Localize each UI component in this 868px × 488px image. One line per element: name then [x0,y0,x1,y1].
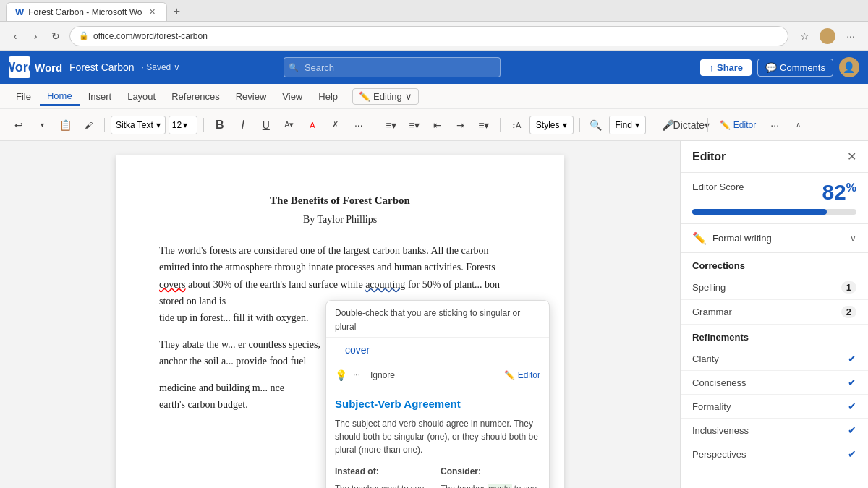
format-painter-button[interactable]: 🖌 [78,115,98,135]
writing-type-label: Formal writing [712,233,844,244]
header-search-input[interactable] [284,57,501,77]
back-button[interactable]: ‹ [7,28,23,44]
bullets-button[interactable]: ≡▾ [381,115,401,135]
active-tab[interactable]: W Forest Carbon - Microsoft Wo ✕ [6,2,167,21]
panel-close-button[interactable]: ✕ [847,150,856,163]
popup-editor-button[interactable]: ✏️ Editor [504,370,540,380]
comments-button[interactable]: 💬 Comments [757,59,833,77]
para1-cont3: ... fill it with oxygen. [223,312,308,323]
panel-title: Editor [692,150,726,163]
editing-label: Editing [373,91,402,102]
font-color-button[interactable]: A [302,115,323,135]
divider-2 [203,118,204,132]
tab-home[interactable]: Home [40,87,80,106]
perspectives-item[interactable]: Perspectives ✔ [681,442,868,466]
word-header: Word Word Forest Carbon · Saved ∨ ↑ Shar… [0,51,868,84]
tab-review[interactable]: Review [229,88,274,105]
address-bar[interactable]: 🔒 office.com/word/forest-carbon [69,26,788,46]
tab-close-button[interactable]: ✕ [146,7,158,18]
inclusiveness-item[interactable]: Inclusiveness ✔ [681,419,868,442]
tab-view[interactable]: View [275,88,310,105]
writing-type-chevron: ∨ [850,234,856,244]
header-actions: ↑ Share 💬 Comments 👤 [700,57,859,77]
sort-button[interactable]: ↕A [506,115,527,135]
find-button[interactable]: Find ▾ [609,116,646,134]
styles-button[interactable]: Styles ▾ [529,116,574,134]
url-text: office.com/word/forest-carbon [93,31,208,41]
cover-suggestion[interactable]: cover [335,341,540,358]
undo-arrow-button[interactable]: ▾ [32,115,52,135]
grammar-popup: Double-check that you are sticking to si… [326,300,550,488]
undo-button[interactable]: ↩ [9,115,29,135]
tab-insert[interactable]: Insert [81,88,119,105]
score-section: Editor Score 82% [681,173,868,224]
conciseness-item[interactable]: Conciseness ✔ [681,371,868,395]
document[interactable]: The Benefits of Forest Carbon By Taylor … [116,155,564,488]
want-strikethrough: want [382,484,399,488]
tab-layout[interactable]: Layout [120,88,163,105]
align-button[interactable]: ≡▾ [474,115,494,135]
numbering-button[interactable]: ≡▾ [404,115,425,135]
popup-examples: Instead of: The teacher want to see him.… [326,462,549,488]
clear-format-button[interactable]: ✗ [326,115,346,135]
more-format-button[interactable]: ··· [349,115,369,135]
indent-decrease-button[interactable]: ⇤ [427,115,448,135]
ignore-button[interactable]: Ignore [366,368,399,382]
score-label: Editor Score [692,181,744,192]
collapse-ribbon-button[interactable]: ∧ [788,115,808,135]
search-icon-button[interactable]: 🔍 [586,115,606,135]
favorites-button[interactable]: ☆ [794,26,814,46]
styles-label: Styles [536,120,560,130]
writing-pencil-icon: ✏️ [692,231,707,245]
tab-bar: W Forest Carbon - Microsoft Wo ✕ + [0,0,868,22]
score-percent: % [846,181,856,194]
clarity-item[interactable]: Clarity ✔ [681,347,868,371]
highlight-button[interactable]: A▾ [279,115,299,135]
tab-file[interactable]: File [9,88,38,105]
example1-wrong: The teacher want to see him. [335,481,435,488]
clarity-check-icon: ✔ [848,353,856,364]
formality-item[interactable]: Formality ✔ [681,395,868,419]
popup-suggestion-text: Double-check that you are sticking to si… [335,307,540,334]
font-selector[interactable]: Sitka Text ▾ [111,116,166,134]
tab-help[interactable]: Help [311,88,345,105]
clipboard-button[interactable]: 📋 [55,115,75,135]
formality-check-icon: ✔ [848,401,856,412]
saved-status-label: · Saved ∨ [142,62,180,72]
underline-button[interactable]: U [256,115,276,135]
word-tab-icon: W [15,7,24,17]
perspectives-label: Perspectives [692,449,746,460]
indent-increase-button[interactable]: ⇥ [451,115,471,135]
editing-mode-button[interactable]: ✏️ Editing ∨ [352,88,419,105]
editor-ribbon-button[interactable]: ✏️ Editor [714,116,762,134]
user-avatar[interactable]: 👤 [839,57,859,77]
font-size-selector[interactable]: 12 ▾ [169,116,197,134]
grammar-count: 2 [841,306,856,318]
divider-1 [104,118,105,132]
writing-type-selector[interactable]: ✏️ Formal writing ∨ [681,224,868,253]
font-size-chevron: ▾ [183,120,187,130]
tab-references[interactable]: References [164,88,226,105]
document-title: The Benefits of Forest Carbon [159,192,521,209]
score-number: 82 [822,180,846,204]
share-icon: ↑ [709,62,714,73]
word-icon-letter: Word [3,60,36,75]
bold-button[interactable]: B [210,115,230,135]
ribbon: File Home Insert Layout References Revie… [0,84,868,141]
more-tools-button[interactable]: ··· [765,115,785,135]
forward-button[interactable]: › [27,28,43,44]
spelling-item[interactable]: Spelling 1 [681,275,868,300]
new-tab-button[interactable]: + [167,2,186,21]
refresh-button[interactable]: ↻ [48,28,64,44]
document-author: By Taylor Phillips [159,212,521,228]
profile-button[interactable] [817,26,838,46]
document-area: The Benefits of Forest Carbon By Taylor … [0,141,680,488]
more-button[interactable]: ··· [841,26,861,46]
dictate-button[interactable]: Dictate ▾ [681,115,702,135]
score-row: Editor Score 82% [692,181,856,203]
grammar-item[interactable]: Grammar 2 [681,300,868,325]
tide-word: tide [159,312,174,323]
share-button[interactable]: ↑ Share [700,59,752,76]
ribbon-tabs: File Home Insert Layout References Revie… [0,84,868,108]
italic-button[interactable]: I [233,115,253,135]
